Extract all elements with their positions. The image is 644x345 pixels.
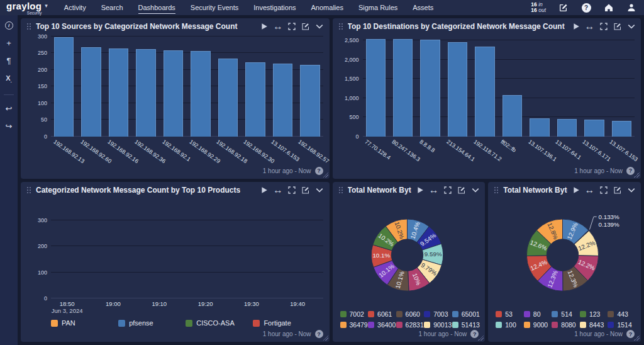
nav-sigma-rules[interactable]: Sigma Rules [358,1,397,14]
edit-icon[interactable] [302,23,310,31]
chevron-down-icon[interactable] [471,186,479,194]
legend-item[interactable]: CISCO-ASA [186,319,253,327]
resize-horizontal-icon[interactable]: ↔ [274,23,282,31]
bar[interactable] [475,47,494,137]
resize-handle[interactable] [323,335,328,341]
legend-item[interactable]: 53 [496,310,521,318]
info-icon[interactable]: i [5,21,13,30]
chevron-down-icon[interactable] [316,186,324,194]
legend-item[interactable]: 7002 [340,310,366,318]
bar[interactable] [218,59,238,136]
bar[interactable] [502,95,522,137]
edit-icon[interactable] [302,186,310,194]
legend-item[interactable]: 36479 [340,321,366,329]
play-icon[interactable] [416,186,424,194]
legend-item[interactable]: 65001 [452,310,478,318]
bar[interactable] [109,48,128,136]
legend-item[interactable]: 8080 [552,321,577,329]
resize-handle[interactable] [478,335,484,341]
fullscreen-icon[interactable] [288,23,296,31]
play-icon[interactable] [572,186,580,194]
play-icon[interactable] [572,23,580,31]
nav-security-events[interactable]: Security Events [191,1,238,14]
legend-item[interactable]: 6060 [396,310,422,318]
help-icon[interactable]: ? [581,3,591,13]
formatting-icon[interactable]: ¶ [7,57,11,65]
legend-item[interactable]: 443 [608,310,633,318]
bar[interactable] [191,51,210,137]
legend-item[interactable]: 62831 [396,321,422,329]
legend-item[interactable]: 6061 [368,310,394,318]
legend-item[interactable]: 123 [580,310,606,318]
logo-caret-icon[interactable]: ▾ [45,3,48,9]
legend-item[interactable]: 100 [496,321,521,329]
resize-handle[interactable] [634,172,640,178]
redo-icon[interactable]: ↪ [6,122,13,130]
resize-handle[interactable] [634,335,640,341]
user-icon[interactable] [626,3,636,13]
resize-handle[interactable] [323,172,328,178]
drag-handle-icon[interactable] [338,186,343,194]
legend-item[interactable]: 9000 [524,321,550,329]
chevron-down-icon[interactable] [627,186,635,194]
fullscreen-icon[interactable] [599,23,608,31]
drag-handle-icon[interactable] [26,186,31,194]
play-icon[interactable] [260,23,269,31]
variables-icon[interactable]: X. [6,74,12,85]
bar[interactable] [245,62,265,137]
bar[interactable] [164,50,183,137]
bar[interactable] [136,49,155,136]
bar[interactable] [366,39,386,137]
add-widget-icon[interactable]: + [6,39,11,47]
bar[interactable] [54,37,74,137]
bar[interactable] [273,64,292,136]
fullscreen-icon[interactable] [443,186,452,194]
nav-assets[interactable]: Assets [413,1,433,14]
legend-item[interactable]: 51413 [452,321,478,329]
drag-handle-icon[interactable] [26,23,31,30]
home-icon[interactable] [604,3,614,13]
bar[interactable] [448,42,467,136]
resize-horizontal-icon[interactable]: ↔ [586,186,594,194]
compose-icon[interactable] [558,3,569,13]
legend-item[interactable]: 8443 [580,321,606,329]
legend-item[interactable]: 7003 [424,310,450,318]
nav-investigations[interactable]: Investigations [253,1,296,14]
bar[interactable] [300,65,319,137]
play-icon[interactable] [260,186,269,194]
legend-item[interactable]: 514 [552,310,577,318]
bar[interactable] [584,120,604,137]
legend-item[interactable]: 80 [524,310,550,318]
chevron-down-icon[interactable] [627,23,635,31]
fullscreen-icon[interactable] [288,186,296,194]
edit-icon[interactable] [457,186,465,194]
bar[interactable] [612,121,631,136]
x-tick-label: 77.70.128.4 [364,139,392,161]
legend-item[interactable]: pfsense [118,319,186,327]
bar[interactable] [557,119,577,137]
legend-item[interactable]: 90013 [424,321,450,329]
nav-anomalies[interactable]: Anomalies [311,1,343,14]
fullscreen-icon[interactable] [599,186,608,194]
legend-item[interactable]: 1514 [608,321,633,329]
resize-horizontal-icon[interactable]: ↔ [274,186,282,194]
graylog-logo[interactable]: graylog Security ▾ [6,1,48,15]
nav-dashboards[interactable]: Dashboards [138,1,175,14]
bar[interactable] [530,118,549,137]
edit-icon[interactable] [613,23,621,31]
bar[interactable] [81,47,101,136]
undo-icon[interactable]: ↩ [6,105,13,113]
nav-search[interactable]: Search [101,1,123,14]
drag-handle-icon[interactable] [338,23,343,30]
bar[interactable] [393,39,413,136]
edit-icon[interactable] [613,186,621,194]
resize-horizontal-icon[interactable]: ↔ [430,186,438,194]
chevron-down-icon[interactable] [316,23,324,31]
resize-horizontal-icon[interactable]: ↔ [586,23,594,31]
legend-item[interactable]: PAN [51,319,118,327]
legend-item[interactable]: Fortigate [253,319,320,327]
bar[interactable] [420,40,440,137]
nav-activity[interactable]: Activity [64,1,86,14]
legend-item[interactable]: 36400 [368,321,394,329]
drag-handle-icon[interactable] [494,186,499,194]
